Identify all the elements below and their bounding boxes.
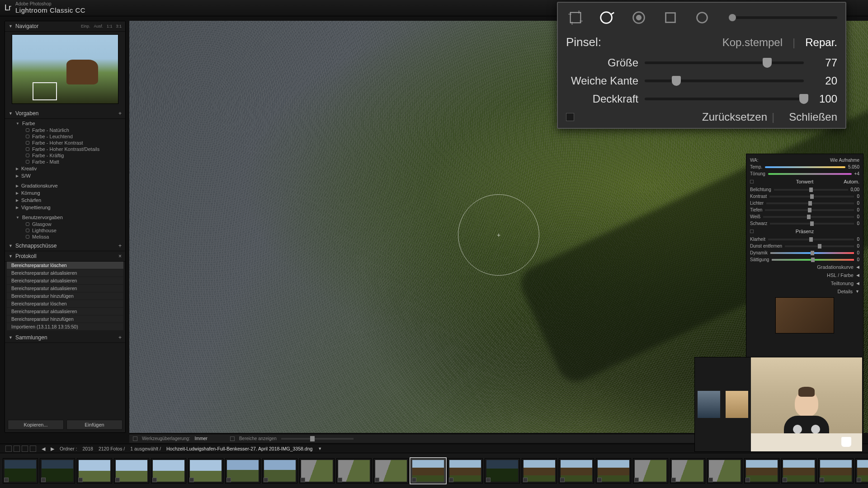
- filmstrip-thumb[interactable]: [448, 458, 483, 483]
- zoom-1to1[interactable]: 1:1: [107, 24, 113, 28]
- preset-item[interactable]: Melissa: [5, 234, 125, 240]
- close-icon[interactable]: ×: [118, 253, 122, 259]
- zoom-fill[interactable]: Ausf.: [94, 24, 103, 28]
- filmstrip-thumb[interactable]: [225, 458, 260, 483]
- history-item[interactable]: Bereichsreparatur aktualisieren: [7, 277, 123, 285]
- tone-slider[interactable]: [765, 209, 854, 211]
- preset-group-sw[interactable]: ▶S/W: [5, 172, 125, 179]
- preset-item[interactable]: Farbe - Kräftig: [5, 152, 125, 159]
- history-item[interactable]: Bereichsreparatur löschen: [7, 300, 123, 308]
- loupe-view-icon[interactable]: [14, 446, 20, 452]
- history-item[interactable]: Importieren (13.11.18 13:15:50): [7, 323, 123, 331]
- survey-view-icon[interactable]: [30, 446, 36, 452]
- heal-tab[interactable]: Repar.: [805, 36, 837, 49]
- filmstrip-thumb[interactable]: [188, 458, 223, 483]
- panel-details[interactable]: Details▼: [750, 287, 859, 296]
- tone-slider[interactable]: [766, 202, 854, 204]
- reset-button[interactable]: Zurücksetzen: [702, 111, 767, 123]
- filmstrip-thumb[interactable]: [373, 458, 409, 483]
- nav-back-icon[interactable]: ◀: [42, 446, 45, 451]
- filmstrip-thumb[interactable]: [40, 458, 75, 483]
- navigator-preview[interactable]: [12, 34, 118, 104]
- filmstrip-thumb[interactable]: [299, 458, 335, 483]
- detail-preview[interactable]: [775, 297, 834, 333]
- areas-slider[interactable]: [281, 438, 354, 440]
- history-item[interactable]: Bereichsreparatur aktualisieren: [7, 308, 123, 315]
- preset-group-farbe[interactable]: ▼Farbe: [5, 120, 125, 127]
- filmstrip-thumb[interactable]: [670, 458, 705, 483]
- presets-header[interactable]: ▼ Vorgaben +: [5, 108, 125, 119]
- filmstrip-thumb[interactable]: [151, 458, 186, 483]
- preset-group-grad[interactable]: ▶Gradationskurve: [5, 182, 125, 189]
- preset-group-kreativ[interactable]: ▶Kreativ: [5, 165, 125, 172]
- history-item[interactable]: Bereichsreparatur hinzufügen: [7, 315, 123, 323]
- filmstrip-thumb[interactable]: [818, 458, 854, 483]
- preset-group-vign[interactable]: ▶Vignettierung: [5, 204, 125, 211]
- presence-slider[interactable]: [785, 245, 854, 247]
- paste-button[interactable]: Einfügen: [66, 420, 123, 430]
- filmstrip-thumb[interactable]: [336, 458, 372, 483]
- feather-slider[interactable]: [645, 80, 804, 82]
- preset-item[interactable]: Lighthouse: [5, 227, 125, 234]
- filmstrip-thumb[interactable]: [707, 458, 742, 483]
- preset-item[interactable]: Farbe - Leuchtend: [5, 133, 125, 140]
- filmstrip-thumb[interactable]: [781, 458, 816, 483]
- auto-button[interactable]: Autom.: [844, 179, 859, 184]
- zoom-fit[interactable]: Einp.: [81, 24, 90, 28]
- redeye-tool-icon[interactable]: [629, 8, 648, 27]
- preset-group-user[interactable]: ▼Benutzervorgaben: [5, 214, 125, 221]
- overlay-dropdown[interactable]: Immer: [195, 436, 208, 441]
- tone-slider[interactable]: [770, 223, 854, 225]
- folder-name[interactable]: 2018: [83, 446, 93, 451]
- graduated-filter-tool-icon[interactable]: [661, 8, 680, 27]
- history-item[interactable]: Bereichsreparatur aktualisieren: [7, 269, 123, 277]
- preset-item[interactable]: Farbe - Hoher Kontrast: [5, 140, 125, 146]
- grid-view-icon[interactable]: [5, 446, 12, 452]
- toolbar-icon[interactable]: [133, 436, 137, 441]
- tone-slider[interactable]: [763, 216, 854, 218]
- presence-slider[interactable]: [770, 252, 854, 254]
- filmstrip-thumb[interactable]: [522, 458, 557, 483]
- plus-icon[interactable]: +: [118, 243, 122, 249]
- copy-button[interactable]: Kopieren...: [8, 420, 64, 430]
- history-item[interactable]: Bereichsreparatur hinzufügen: [7, 292, 123, 300]
- panel-hsl[interactable]: HSL / Farbe◀: [750, 271, 859, 279]
- pin-checkbox[interactable]: [566, 113, 574, 121]
- filmstrip-thumb[interactable]: [3, 458, 38, 483]
- crop-tool-icon[interactable]: [566, 8, 585, 27]
- history-item[interactable]: Bereichsreparatur aktualisieren: [7, 285, 123, 292]
- wb-value[interactable]: Wie Aufnahme: [830, 158, 859, 163]
- filmstrip-thumb[interactable]: [855, 458, 868, 483]
- navigator-header[interactable]: ▼ Navigator Einp. Ausf. 1:1 3:1: [5, 21, 125, 32]
- filmstrip-thumb[interactable]: [633, 458, 668, 483]
- plus-icon[interactable]: +: [118, 110, 122, 117]
- close-button[interactable]: Schließen: [789, 111, 837, 123]
- temp-slider[interactable]: [765, 166, 845, 168]
- history-header[interactable]: ▼ Protokoll ×: [5, 251, 125, 262]
- compare-view-icon[interactable]: [22, 446, 28, 452]
- snapshots-header[interactable]: ▼ Schnappschüsse +: [5, 241, 125, 251]
- filmstrip[interactable]: [0, 453, 868, 488]
- filmstrip-thumb[interactable]: [77, 458, 112, 483]
- history-item[interactable]: Bereichsreparatur löschen: [7, 262, 123, 269]
- preset-item[interactable]: Farbe - Hoher Kontrast/Details: [5, 146, 125, 152]
- tool-mini-slider[interactable]: [729, 16, 837, 19]
- size-slider[interactable]: [645, 61, 804, 64]
- filmstrip-thumb[interactable]: [596, 458, 631, 483]
- filmstrip-thumb[interactable]: [485, 458, 520, 483]
- filmstrip-thumb[interactable]: [559, 458, 594, 483]
- panel-teiltonung[interactable]: Teiltonung◀: [750, 279, 859, 287]
- filmstrip-thumb[interactable]: [262, 458, 297, 483]
- tint-slider[interactable]: [768, 173, 852, 175]
- radial-filter-tool-icon[interactable]: [693, 8, 712, 27]
- spot-removal-tool-icon[interactable]: [598, 8, 617, 27]
- preset-item[interactable]: Farbe - Matt: [5, 159, 125, 165]
- tone-slider[interactable]: [769, 196, 854, 197]
- filmstrip-thumb[interactable]: [744, 458, 779, 483]
- collections-header[interactable]: ▼ Sammlungen +: [5, 333, 125, 343]
- presence-slider[interactable]: [772, 259, 854, 261]
- preset-item[interactable]: Glasgow: [5, 221, 125, 227]
- clone-tab[interactable]: Kop.stempel: [722, 36, 783, 49]
- filmstrip-thumb[interactable]: [114, 458, 149, 483]
- presence-slider[interactable]: [768, 239, 854, 240]
